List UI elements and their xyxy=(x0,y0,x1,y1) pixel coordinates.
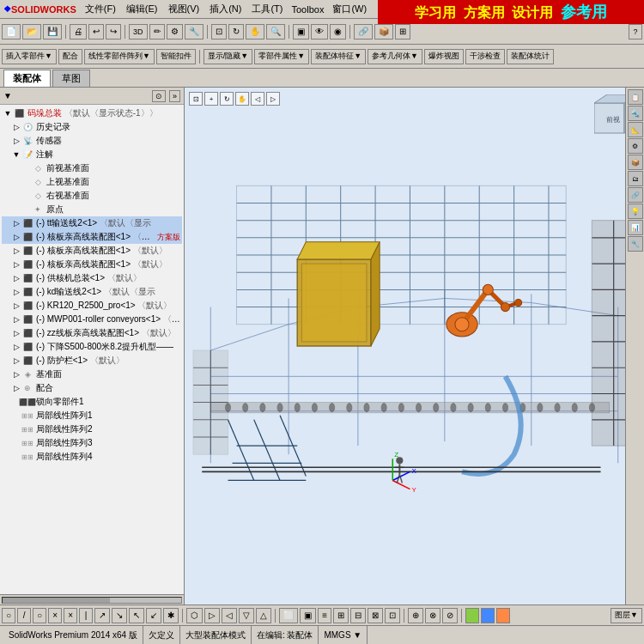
tree-item-tt4[interactable]: ▷ ⬛ (-) 核板亲高线装配图<1> 〈默认〉 xyxy=(2,258,182,271)
draw-circle-btn[interactable]: ○ xyxy=(33,608,46,623)
tree-item-tt1[interactable]: ▷ ⬛ (-) tt输送线2<1> 〈默认〈显示 xyxy=(2,216,182,230)
rp-icon7[interactable]: 🔗 xyxy=(628,187,643,203)
expand-annotation[interactable]: ▼ xyxy=(12,150,21,159)
mate-btn[interactable]: 🔗 xyxy=(354,24,373,39)
print-btn[interactable]: 🖨 xyxy=(70,24,87,39)
pan-btn[interactable]: ✋ xyxy=(246,24,264,39)
3d-btn[interactable]: 3D xyxy=(129,24,148,39)
menu-file[interactable]: 文件(F) xyxy=(80,1,121,17)
tree-item-tt9[interactable]: ▷ ⬛ (-) zz线板亲高线装配图<1> 〈默认〉 xyxy=(2,326,182,340)
expand-tt5[interactable]: ▷ xyxy=(12,274,21,283)
tree-item-history[interactable]: ▷ 🕐 历史记录 xyxy=(2,120,182,134)
draw-x2-btn[interactable]: × xyxy=(64,608,77,623)
tree-item-pattern2[interactable]: ⊞⊞ 局部线性阵列2 xyxy=(2,422,182,436)
tree-item-right[interactable]: ◇ 右视基准面 xyxy=(2,189,182,203)
tab-sketch[interactable]: 草图 xyxy=(52,70,90,87)
show-hide-btn[interactable]: 显示/隐藏▼ xyxy=(204,49,252,64)
expand-datum[interactable]: ▷ xyxy=(12,370,21,379)
draw-eq-btn[interactable]: ≡ xyxy=(318,608,331,623)
draw-plus-circ-btn[interactable]: ⊕ xyxy=(408,608,423,623)
draw-arrow2-btn[interactable]: ↘ xyxy=(112,608,127,623)
tree-item-tt10[interactable]: ▷ ⬛ (-) 下降S500-800米8.2提升机型—— xyxy=(2,340,182,354)
tree-item-root[interactable]: ▼ ⬛ 码垛总装 〈默认〈显示状态-1〉〉 xyxy=(2,106,182,120)
rp-icon3[interactable]: 📐 xyxy=(628,122,643,137)
tree-item-pattern3[interactable]: ⊞⊞ 局部线性阵列3 xyxy=(2,436,182,450)
draw-minus-sq-btn[interactable]: ⊟ xyxy=(350,608,366,623)
expand-tt2[interactable]: ▷ xyxy=(12,233,21,241)
sketch-btn[interactable]: ✏ xyxy=(149,24,165,39)
draw-tri4-btn[interactable]: △ xyxy=(256,608,271,623)
open-btn[interactable]: 📂 xyxy=(22,24,41,39)
rp-icon6[interactable]: 🗂 xyxy=(628,171,643,186)
feature-btn[interactable]: ⚙ xyxy=(167,24,183,39)
undo-btn[interactable]: ↩ xyxy=(88,24,104,39)
tree-item-tt8[interactable]: ▷ ⬛ (-) MWP001-roller conveyors<1> 〈默认.. xyxy=(2,313,182,326)
linear-pattern-btn[interactable]: 线性零部件阵列▼ xyxy=(84,49,155,64)
tree-item-sensor[interactable]: ▷ 📡 传感器 xyxy=(2,134,182,148)
draw-tri3-btn[interactable]: ▽ xyxy=(239,608,254,623)
expand-sensor[interactable]: ▷ xyxy=(12,137,21,145)
layers-btn[interactable]: 图层▼ xyxy=(611,608,642,623)
insert-comp-btn[interactable]: 插入零部件▼ xyxy=(2,49,57,64)
save-btn[interactable]: 💾 xyxy=(43,24,62,39)
tree-item-tt3[interactable]: ▷ ⬛ (-) 核板亲高线装配图<1> 〈默认〉 xyxy=(2,244,182,258)
zoom-fit-btn[interactable]: ⊡ xyxy=(211,24,227,39)
tree-item-top[interactable]: ◇ 上视基准面 xyxy=(2,175,182,189)
expand-tt3[interactable]: ▷ xyxy=(12,246,21,255)
tree-item-front[interactable]: ◇ 前视基准面 xyxy=(2,161,182,175)
menu-edit[interactable]: 编辑(E) xyxy=(121,1,163,17)
rp-icon10[interactable]: 🔧 xyxy=(628,236,643,252)
ref-geom-btn[interactable]: 参考几何体▼ xyxy=(368,49,422,64)
status-units[interactable]: MMGS ▼ xyxy=(319,626,368,644)
color2-btn[interactable] xyxy=(481,608,495,623)
assembly-btn[interactable]: 🔧 xyxy=(185,24,204,39)
draw-grid-btn[interactable]: ▣ xyxy=(300,608,316,623)
tree-item-pattern4[interactable]: ⊞⊞ 局部线性阵列4 xyxy=(2,450,182,464)
filter-btn[interactable]: ⊙ xyxy=(152,90,166,102)
expand-tt8[interactable]: ▷ xyxy=(12,315,21,324)
interference-btn[interactable]: 干涉检查 xyxy=(465,49,505,64)
tree-item-tt5[interactable]: ▷ ⬛ (-) 供核机总装<1> 〈默认〉 xyxy=(2,271,182,285)
hscroll-thumb[interactable] xyxy=(3,598,110,603)
rp-icon5[interactable]: 📦 xyxy=(628,155,643,170)
expand-tt11[interactable]: ▷ xyxy=(12,356,21,365)
zoom-btn[interactable]: 🔍 xyxy=(266,24,285,39)
draw-x1-btn[interactable]: × xyxy=(48,608,62,623)
tree-item-datum[interactable]: ▷ ◈ 基准面 xyxy=(2,368,182,381)
pattern-comp-btn[interactable]: ⊞ xyxy=(395,24,410,39)
rp-icon4[interactable]: ⚙ xyxy=(628,138,643,154)
expand-tt10[interactable]: ▷ xyxy=(12,343,21,351)
tree-item-tt6[interactable]: ▷ ⬛ (-) kd输送线2<1> 〈默认〈显示 xyxy=(2,285,182,299)
smart-fastener-btn[interactable]: 智能扣件 xyxy=(156,49,196,64)
draw-rect-btn[interactable]: ⬜ xyxy=(279,608,298,623)
redo-btn[interactable]: ↪ xyxy=(106,24,121,39)
draw-dot-sq-btn[interactable]: ⊡ xyxy=(385,608,400,623)
draw-hex-btn[interactable]: ⬡ xyxy=(186,608,203,623)
tree-item-tt7[interactable]: ▷ ⬛ (-) KR120_R2500_pro<1> 〈默认〉 xyxy=(2,299,182,313)
draw-plus-sq-btn[interactable]: ⊞ xyxy=(333,608,349,623)
help-btn[interactable]: ? xyxy=(629,24,642,39)
rp-icon8[interactable]: 💡 xyxy=(628,204,643,219)
draw-x-circ-btn[interactable]: ⊗ xyxy=(425,608,440,623)
tree-item-pattern1[interactable]: ⊞⊞ 局部线性阵列1 xyxy=(2,409,182,422)
draw-line-btn[interactable]: / xyxy=(17,608,31,623)
section-btn[interactable]: ▣ xyxy=(293,24,309,39)
tree-item-radial1[interactable]: ⬛⬛ 锁向零部件1 xyxy=(2,395,182,409)
left-panel-hscroll[interactable] xyxy=(0,594,184,605)
rp-icon2[interactable]: 🔩 xyxy=(628,106,643,121)
display-btn[interactable]: ◉ xyxy=(330,24,346,39)
draw-point-btn[interactable]: ○ xyxy=(2,608,15,623)
tree-item-origin[interactable]: ✦ 原点 xyxy=(2,203,182,216)
draw-tri2-btn[interactable]: ◁ xyxy=(222,608,237,623)
draw-x-sq-btn[interactable]: ⊠ xyxy=(368,608,383,623)
expand-tt9[interactable]: ▷ xyxy=(12,329,21,337)
tab-assembly[interactable]: 装配体 xyxy=(3,70,51,87)
expand-history[interactable]: ▷ xyxy=(12,123,21,131)
exploded-view-btn[interactable]: 爆炸视图 xyxy=(424,49,464,64)
draw-star-btn[interactable]: ✱ xyxy=(163,608,179,623)
expand-mate[interactable]: ▷ xyxy=(12,384,21,392)
draw-arrow1-btn[interactable]: ↗ xyxy=(94,608,110,623)
menu-window[interactable]: 窗口(W) xyxy=(327,1,372,17)
rp-icon9[interactable]: 📊 xyxy=(628,220,643,235)
menu-tools[interactable]: 工具(T) xyxy=(246,1,288,17)
